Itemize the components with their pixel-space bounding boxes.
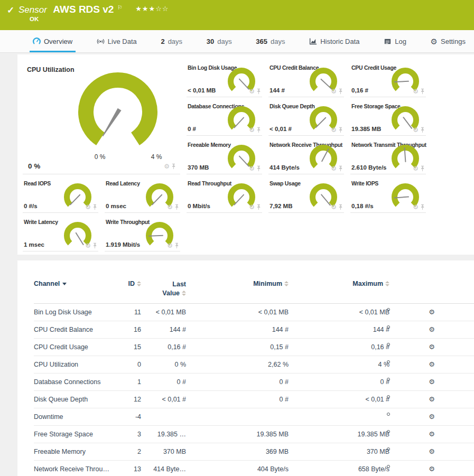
sensor-status-text: OK: [30, 16, 39, 22]
gauge-settings-gear-icon[interactable]: ⚙: [413, 204, 419, 210]
mini-gauge-tile-bin-log-disk-usage[interactable]: Bin Log Disk Usage < 0,01 MB ⚙: [187, 62, 262, 97]
tab-historic-data[interactable]: Historic Data: [306, 30, 363, 52]
sort-icon: [385, 281, 389, 286]
pin-icon[interactable]: [338, 127, 343, 133]
gauge-settings-gear-icon[interactable]: ⚙: [413, 127, 419, 133]
pin-icon[interactable]: [256, 204, 261, 210]
gauge-value: 0,16 #: [351, 87, 368, 94]
column-header-maximum[interactable]: Maximum: [289, 280, 389, 287]
table-row-cpu-credit-balance: CPU Credit Balance 16 144 # 144 # 144 # …: [34, 321, 474, 339]
mini-gauge-tile-disk-queue-depth[interactable]: Disk Queue Depth < 0,01 # ⚙: [268, 101, 344, 136]
tab-settings[interactable]: ⚙Settings: [427, 30, 469, 52]
gauge-settings-gear-icon[interactable]: ⚙: [85, 204, 91, 210]
gauge-settings-gear-icon[interactable]: ⚙: [413, 165, 419, 172]
tab-365-days[interactable]: 365days: [253, 30, 288, 52]
tab-label: Overview: [44, 38, 72, 45]
tab-log[interactable]: Log: [380, 30, 410, 52]
channel-settings-gear-icon[interactable]: ⚙: [389, 413, 474, 420]
mini-gauge-tile-read-iops[interactable]: Read IOPS 0 #/s ⚙: [23, 178, 98, 213]
mini-gauge-tile-network-transmit-throughput[interactable]: Network Transmit Throughput 2.610 Byte/s…: [350, 139, 426, 174]
pin-icon[interactable]: [256, 165, 261, 172]
main-gauge-tile-cpu-utilization[interactable]: CPU Utilization 0 % 4 % 0 % ⚙: [23, 62, 180, 174]
channel-minimum: 369 MB: [186, 448, 289, 455]
pin-icon[interactable]: [256, 88, 261, 95]
tab-live-data[interactable]: Live Data: [94, 30, 140, 52]
gauge-settings-gear-icon[interactable]: ⚙: [331, 204, 337, 210]
pin-icon[interactable]: [256, 127, 261, 133]
gauge-label: CPU Credit Usage: [351, 64, 396, 71]
flag-icon[interactable]: ⚐: [117, 4, 123, 11]
gauge-value: 414 Byte/s: [269, 164, 300, 171]
gauge-settings-gear-icon[interactable]: ⚙: [167, 204, 173, 210]
gauge-settings-gear-icon[interactable]: ⚙: [249, 88, 255, 95]
pin-icon[interactable]: [420, 88, 425, 95]
column-header-channel[interactable]: Channel: [34, 280, 126, 287]
mini-gauge-tile-read-throughput[interactable]: Read Throughput 0 Mbit/s ⚙: [187, 178, 262, 213]
channel-settings-gear-icon[interactable]: ⚙: [389, 396, 474, 403]
pin-icon[interactable]: [420, 165, 425, 172]
channel-settings-gear-icon[interactable]: ⚙: [389, 343, 474, 350]
channel-settings-gear-icon[interactable]: ⚙: [389, 361, 474, 368]
gauge-settings-gear-icon[interactable]: ⚙: [331, 165, 337, 172]
priority-stars[interactable]: ★★★☆☆: [135, 5, 169, 13]
mini-gauge-tile-write-throughput[interactable]: Write Throughput 1.919 Mbit/s ⚙: [105, 217, 180, 251]
table-row-bin-log-disk-usage: Bin Log Disk Usage 11 < 0,01 MB < 0,01 M…: [34, 304, 474, 321]
pin-icon[interactable]: [174, 204, 179, 210]
mini-gauge-tile-read-latency[interactable]: Read Latency 0 msec ⚙: [105, 178, 180, 213]
pin-icon[interactable]: [92, 204, 97, 210]
channel-name: Bin Log Disk Usage: [34, 309, 126, 316]
gauge-settings-gear-icon[interactable]: ⚙: [413, 88, 419, 95]
tab-label-number: 2: [161, 38, 164, 45]
tab-overview[interactable]: Overview: [30, 30, 76, 52]
gauge-icon: [33, 38, 41, 45]
gauge-settings-gear-icon[interactable]: ⚙: [249, 127, 255, 133]
column-header-last-value[interactable]: Last Value: [141, 280, 186, 298]
pin-icon[interactable]: [338, 204, 343, 210]
pin-icon[interactable]: [420, 204, 425, 210]
table-row-disk-queue-depth: Disk Queue Depth 12 < 0,01 # 0 # < 0,01 …: [34, 391, 474, 408]
pin-icon[interactable]: [420, 127, 425, 133]
channel-last-value: 0,16 #: [141, 343, 186, 351]
pin-icon[interactable]: [338, 88, 343, 95]
channel-settings-gear-icon[interactable]: ⚙: [389, 465, 474, 472]
mini-gauge-tile-write-latency[interactable]: Write Latency 1 msec ⚙: [23, 217, 98, 251]
gauge-settings-gear-icon[interactable]: ⚙: [164, 163, 170, 170]
channel-settings-gear-icon[interactable]: ⚙: [389, 431, 474, 437]
channel-name: Database Connections: [34, 378, 126, 386]
mini-gauge-tile-database-connections[interactable]: Database Connections 0 # ⚙: [187, 101, 262, 136]
column-header-minimum[interactable]: Minimum: [186, 280, 289, 287]
gauge-settings-gear-icon[interactable]: ⚙: [85, 242, 91, 249]
mini-gauge-tile-network-receive-throughput[interactable]: Network Receive Throughput 414 Byte/s ⚙: [268, 139, 344, 174]
pin-icon[interactable]: [338, 165, 343, 172]
column-header-id[interactable]: ID: [126, 280, 141, 287]
pin-icon[interactable]: [174, 242, 179, 249]
channel-settings-gear-icon[interactable]: ⚙: [389, 448, 474, 455]
mini-gauge-tile-free-storage-space[interactable]: Free Storage Space 19.385 MB ⚙: [350, 101, 426, 136]
channel-maximum: 370 MB: [289, 448, 389, 455]
pin-icon[interactable]: [171, 163, 176, 170]
channel-maximum: 4 %: [289, 361, 389, 368]
gauge-settings-gear-icon[interactable]: ⚙: [249, 204, 255, 210]
mini-gauge-tile-freeable-memory[interactable]: Freeable Memory 370 MB ⚙: [187, 139, 262, 174]
channel-settings-gear-icon[interactable]: ⚙: [389, 326, 474, 333]
gauge-settings-gear-icon[interactable]: ⚙: [249, 165, 255, 172]
mini-gauge-tile-cpu-credit-usage[interactable]: CPU Credit Usage 0,16 # ⚙: [350, 62, 426, 97]
channel-settings-gear-icon[interactable]: ⚙: [389, 309, 474, 315]
gauge-settings-gear-icon[interactable]: ⚙: [331, 127, 337, 133]
table-row-database-connections: Database Connections 1 0 # 0 # 0 # ⚙: [34, 374, 474, 391]
tab-label: Historic Data: [320, 38, 359, 45]
gauge-label: CPU Utilization: [27, 66, 75, 73]
channel-table-panel: Channel ID Last Value Minimum Maximum Bi…: [17, 260, 474, 476]
tab-2-days[interactable]: 2days: [157, 30, 185, 52]
channel-settings-gear-icon[interactable]: ⚙: [389, 378, 474, 385]
mini-gauge-tile-write-iops[interactable]: Write IOPS 0,18 #/s ⚙: [350, 178, 426, 213]
gauge-settings-gear-icon[interactable]: ⚙: [167, 242, 173, 249]
mini-gauge-tile-cpu-credit-balance[interactable]: CPU Credit Balance 144 # ⚙: [268, 62, 344, 97]
pin-icon[interactable]: [92, 242, 97, 249]
mini-gauge-tile-swap-usage[interactable]: Swap Usage 7,92 MB ⚙: [268, 178, 344, 213]
area-chart-icon: [309, 38, 317, 45]
channel-minimum: 0 #: [186, 378, 289, 386]
tab-30-days[interactable]: 30days: [203, 30, 235, 52]
gauge-settings-gear-icon[interactable]: ⚙: [331, 88, 337, 95]
gauge-value: < 0,01 MB: [188, 87, 216, 94]
